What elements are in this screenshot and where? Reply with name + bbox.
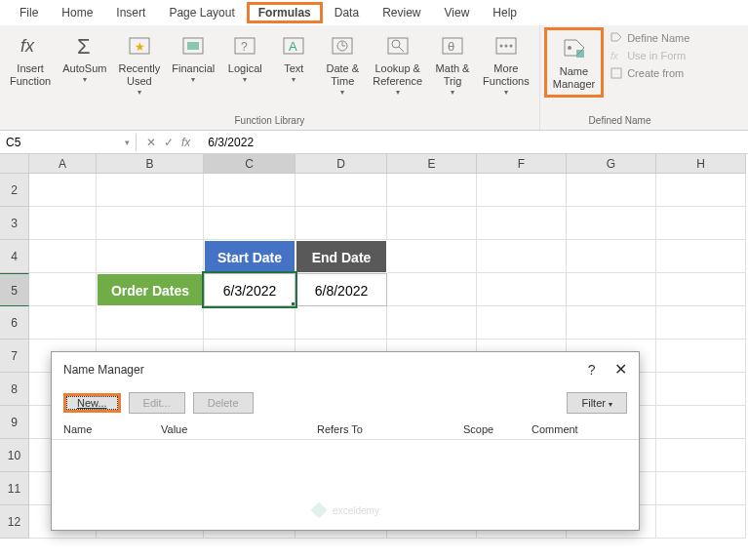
menu-insert[interactable]: Insert xyxy=(104,2,157,23)
cell[interactable] xyxy=(656,472,746,505)
cell[interactable] xyxy=(295,306,387,340)
date-time-button[interactable]: Date & Time ▾ xyxy=(318,27,367,101)
cell[interactable] xyxy=(477,273,567,306)
cell[interactable] xyxy=(29,306,97,340)
col-header-c[interactable]: C xyxy=(204,154,295,174)
col-header-h[interactable]: H xyxy=(656,154,746,174)
cell[interactable] xyxy=(656,240,746,273)
row-header-8[interactable]: 8 xyxy=(0,373,29,406)
cell[interactable] xyxy=(477,306,567,340)
cell-d5[interactable]: 6/8/2022 xyxy=(295,273,387,306)
col-value[interactable]: Value xyxy=(161,423,317,435)
insert-function-button[interactable]: fx Insert Function xyxy=(4,27,57,92)
col-header-f[interactable]: F xyxy=(477,154,567,174)
cell[interactable] xyxy=(204,306,295,340)
cell[interactable] xyxy=(656,340,746,373)
cell-c5[interactable]: 6/3/2022 xyxy=(204,273,295,306)
col-name[interactable]: Name xyxy=(63,423,161,435)
name-manager-button[interactable]: Name Manager xyxy=(544,27,604,98)
col-header-d[interactable]: D xyxy=(295,154,387,174)
close-icon[interactable]: ✕ xyxy=(614,361,627,378)
cell-c4[interactable]: Start Date xyxy=(204,240,295,273)
select-all-corner[interactable] xyxy=(0,154,29,174)
autosum-button[interactable]: Σ AutoSum ▾ xyxy=(57,27,112,89)
cell[interactable] xyxy=(477,207,567,240)
cell[interactable] xyxy=(656,439,746,472)
cell[interactable] xyxy=(387,240,477,273)
cell[interactable] xyxy=(204,207,295,240)
menu-file[interactable]: File xyxy=(8,2,50,23)
cell[interactable] xyxy=(656,505,746,539)
row-header-10[interactable]: 10 xyxy=(0,439,29,472)
cell[interactable] xyxy=(204,174,295,207)
cell[interactable] xyxy=(29,273,97,306)
col-comment[interactable]: Comment xyxy=(531,423,627,435)
cell[interactable] xyxy=(656,174,746,207)
row-header-5[interactable]: 5 xyxy=(0,273,29,306)
cell[interactable] xyxy=(295,207,387,240)
cell[interactable] xyxy=(387,174,477,207)
row-header-9[interactable]: 9 xyxy=(0,406,29,439)
col-header-b[interactable]: B xyxy=(97,154,204,174)
row-header-4[interactable]: 4 xyxy=(0,240,29,273)
name-box[interactable]: C5 ▾ xyxy=(0,134,137,151)
col-header-a[interactable]: A xyxy=(29,154,97,174)
lookup-reference-button[interactable]: Lookup & Reference ▾ xyxy=(367,27,428,101)
cell[interactable] xyxy=(97,240,204,273)
cell-d4[interactable]: End Date xyxy=(295,240,387,273)
cell[interactable] xyxy=(567,174,656,207)
menu-help[interactable]: Help xyxy=(481,2,529,23)
delete-button[interactable]: Delete xyxy=(193,392,254,414)
cell[interactable] xyxy=(656,306,746,340)
cell[interactable] xyxy=(29,207,97,240)
col-scope[interactable]: Scope xyxy=(463,423,531,435)
row-header-12[interactable]: 12 xyxy=(0,505,29,539)
new-button[interactable]: New... xyxy=(63,393,121,413)
logical-button[interactable]: ? Logical ▾ xyxy=(220,27,269,89)
financial-button[interactable]: Financial ▾ xyxy=(166,27,220,89)
more-functions-button[interactable]: More Functions ▾ xyxy=(477,27,535,101)
cell[interactable] xyxy=(567,273,656,306)
menu-view[interactable]: View xyxy=(433,2,482,23)
cell[interactable] xyxy=(387,273,477,306)
cell[interactable] xyxy=(97,174,204,207)
cell[interactable] xyxy=(656,373,746,406)
cell[interactable] xyxy=(656,273,746,306)
create-from-button[interactable]: Create from xyxy=(610,66,689,80)
menu-review[interactable]: Review xyxy=(371,2,432,23)
cell[interactable] xyxy=(656,207,746,240)
cell[interactable] xyxy=(477,174,567,207)
cell[interactable] xyxy=(29,174,97,207)
cell[interactable] xyxy=(97,306,204,340)
text-button[interactable]: A Text ▾ xyxy=(269,27,318,89)
col-refers[interactable]: Refers To xyxy=(317,423,463,435)
row-header-3[interactable]: 3 xyxy=(0,207,29,240)
recently-used-button[interactable]: ★ Recently Used ▾ xyxy=(112,27,166,101)
check-icon[interactable]: ✓ xyxy=(164,136,174,149)
row-header-11[interactable]: 11 xyxy=(0,472,29,505)
cell[interactable] xyxy=(567,240,656,273)
cancel-icon[interactable]: ✕ xyxy=(146,136,156,149)
math-trig-button[interactable]: θ Math & Trig ▾ xyxy=(428,27,477,101)
row-header-7[interactable]: 7 xyxy=(0,340,29,373)
menu-home[interactable]: Home xyxy=(50,2,104,23)
fx-icon[interactable]: fx xyxy=(181,136,190,149)
row-header-6[interactable]: 6 xyxy=(0,306,29,340)
cell[interactable] xyxy=(387,207,477,240)
cell[interactable] xyxy=(567,306,656,340)
cell[interactable] xyxy=(477,240,567,273)
menu-page-layout[interactable]: Page Layout xyxy=(157,2,246,23)
use-in-formula-button[interactable]: fxUse in Form xyxy=(610,49,689,62)
filter-button[interactable]: Filter ▾ xyxy=(567,392,627,414)
col-header-g[interactable]: G xyxy=(567,154,656,174)
formula-input[interactable]: 6/3/2022 xyxy=(200,134,748,151)
cell[interactable] xyxy=(656,406,746,439)
cell[interactable] xyxy=(97,207,204,240)
menu-data[interactable]: Data xyxy=(323,2,371,23)
cell-b5[interactable]: Order Dates xyxy=(97,273,204,306)
cell[interactable] xyxy=(295,174,387,207)
row-header-2[interactable]: 2 xyxy=(0,174,29,207)
define-name-button[interactable]: Define Name xyxy=(610,31,689,45)
menu-formulas[interactable]: Formulas xyxy=(247,2,323,23)
edit-button[interactable]: Edit... xyxy=(129,392,185,414)
